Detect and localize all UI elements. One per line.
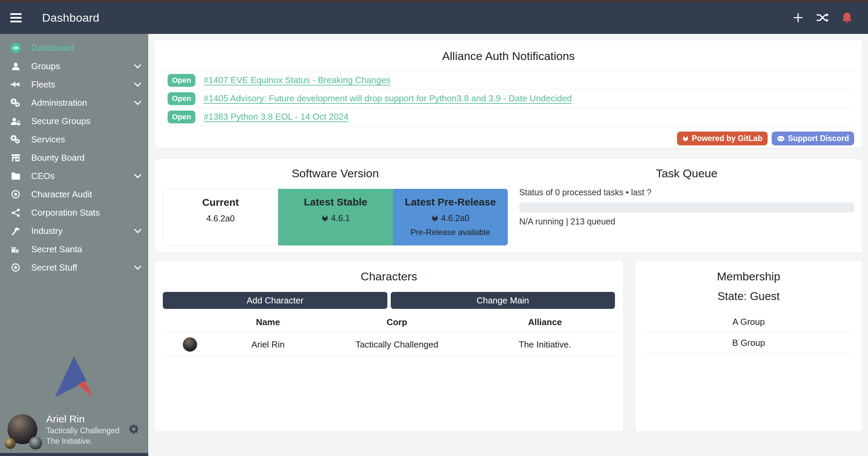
task-queue-section: Task Queue Status of 0 processed tasks •…: [508, 165, 854, 252]
user-settings-gear-icon[interactable]: [128, 423, 139, 435]
version-taskqueue-panel: Software Version Current 4.6.2a0 Latest …: [154, 158, 863, 253]
sidebar-item-groups[interactable]: Groups: [0, 57, 148, 75]
task-queue-status: Status of 0 processed tasks • last ?: [519, 187, 854, 197]
sidebar-item-secret-santa[interactable]: Secret Santa: [0, 240, 148, 258]
share-nodes-icon: [9, 208, 22, 217]
character-name: Ariel Rin: [217, 339, 319, 350]
notification-link[interactable]: #1405 Advisory: Future development will …: [204, 93, 572, 104]
sidebar-item-corporation-stats[interactable]: Corporation Stats: [0, 203, 148, 222]
membership-panel: Membership State: Guest A Group B Group: [635, 260, 863, 432]
character-corp: Tactically Challenged: [319, 339, 475, 350]
version-cell-stable: Latest Stable 4.6.1: [278, 189, 393, 245]
sidebar-item-label: Fleets: [31, 79, 55, 90]
main-content: Alliance Auth Notifications Open #1407 E…: [148, 34, 868, 456]
task-progress-bar: [519, 202, 854, 213]
chevron-down-icon: [134, 82, 141, 87]
gitlab-fox-icon: [321, 215, 329, 222]
user-alliance: The Initiative.: [46, 436, 119, 446]
chevron-down-icon: [134, 174, 141, 179]
page-title: Dashboard: [42, 11, 99, 24]
user-avatar: [7, 414, 37, 444]
notification-row: Open #1383 Python 3.8 EOL - 14 Oct 2024: [163, 108, 854, 126]
hammer-icon: [9, 226, 22, 236]
sidebar-item-services[interactable]: Services: [0, 130, 148, 148]
sidebar-item-label: Services: [31, 134, 65, 145]
user-corp: Tactically Challenged: [46, 425, 119, 436]
sidebar-item-fleets[interactable]: Fleets: [0, 75, 148, 94]
change-main-button[interactable]: Change Main: [391, 292, 615, 309]
status-badge: Open: [168, 92, 195, 105]
column-header-alliance: Alliance: [475, 317, 615, 332]
support-discord-badge[interactable]: Support Discord: [772, 132, 854, 145]
sidebar-bottom-strip: [0, 453, 148, 456]
powered-by-gitlab-badge[interactable]: Powered by GitLab: [677, 132, 768, 145]
eye-icon: [9, 190, 22, 199]
characters-table-header: Name Corp Alliance: [163, 317, 615, 332]
membership-title: Membership: [643, 270, 854, 283]
prerelease-note: Pre-Release available: [393, 227, 508, 237]
notifications-panel: Alliance Auth Notifications Open #1407 E…: [154, 40, 863, 148]
notification-link[interactable]: #1383 Python 3.8 EOL - 14 Oct 2024: [204, 112, 348, 122]
sidebar-item-label: Secret Santa: [31, 244, 82, 255]
sidebar-item-dashboard[interactable]: Dashboard: [0, 39, 148, 57]
alliance-auth-logo: [0, 355, 148, 399]
notifications-bell-icon[interactable]: [842, 12, 852, 23]
user-icon: [9, 62, 22, 71]
version-cell-value: 4.6.2a0: [441, 213, 469, 223]
character-alliance: The Initiative.: [475, 339, 615, 350]
notifications-title: Alliance Auth Notifications: [163, 49, 854, 63]
sidebar-item-ceos[interactable]: CEOs: [0, 167, 148, 185]
sidebar-item-label: Administration: [31, 98, 87, 108]
chevron-down-icon: [134, 64, 141, 69]
store-icon: [9, 153, 22, 162]
character-row: Ariel Rin Tactically Challenged The Init…: [163, 332, 615, 357]
chevron-down-icon: [134, 229, 141, 234]
gitlab-fox-icon: [431, 215, 439, 222]
character-row-portrait: [183, 337, 197, 352]
version-cell-current: Current 4.6.2a0: [163, 189, 278, 245]
discord-badge-label: Support Discord: [788, 134, 849, 143]
user-name: Ariel Rin: [46, 412, 119, 426]
alliance-logo-badge: [29, 437, 42, 450]
sidebar-item-label: Character Audit: [31, 189, 92, 200]
change-main-shuffle-icon[interactable]: [816, 13, 829, 23]
characters-title: Characters: [163, 270, 615, 283]
gears-icon: [9, 98, 22, 108]
sidebar-item-label: Dashboard: [31, 43, 74, 53]
app: Dashboard: [0, 0, 868, 456]
jet-icon: [9, 80, 22, 89]
folder-icon: [9, 172, 22, 180]
sidebar: Dashboard Groups Fleets: [0, 34, 148, 456]
corp-logo-badge: [5, 438, 16, 449]
notification-link[interactable]: #1407 EVE Equinox Status - Breaking Chan…: [204, 75, 390, 85]
dashboard-gauge-icon: [9, 43, 22, 53]
add-character-button[interactable]: Add Character: [163, 292, 387, 309]
sidebar-item-secret-stuff[interactable]: Secret Stuff: [0, 258, 148, 277]
sidebar-item-secure-groups[interactable]: Secure Groups: [0, 112, 148, 130]
menu-toggle-icon[interactable]: [10, 13, 22, 22]
add-character-icon[interactable]: [793, 12, 804, 23]
version-cell-value: 4.6.1: [331, 213, 350, 223]
chevron-down-icon: [134, 100, 141, 105]
sidebar-item-character-audit[interactable]: Character Audit: [0, 185, 148, 203]
version-cell-prerelease: Latest Pre-Release 4.6.2a0 Pre-Release a…: [393, 189, 508, 245]
task-queue-counts: N/A running | 213 queued: [519, 217, 854, 226]
version-cell-label: Latest Stable: [278, 196, 393, 208]
column-header-corp: Corp: [319, 317, 475, 332]
notifications-list: Open #1407 EVE Equinox Status - Breaking…: [163, 71, 854, 126]
sidebar-item-label: Bounty Board: [31, 153, 85, 163]
sidebar-item-label: Industry: [31, 226, 63, 236]
sidebar-item-industry[interactable]: Industry: [0, 222, 148, 240]
software-version-section: Software Version Current 4.6.2a0 Latest …: [163, 165, 508, 252]
software-version-title: Software Version: [163, 167, 508, 180]
sidebar-item-bounty-board[interactable]: Bounty Board: [0, 148, 148, 167]
task-queue-title: Task Queue: [519, 167, 854, 180]
status-badge: Open: [168, 111, 195, 123]
gitlab-badge-label: Powered by GitLab: [692, 134, 763, 143]
version-cell-label: Latest Pre-Release: [393, 196, 508, 208]
sidebar-item-label: Groups: [31, 61, 60, 72]
user-panel: Ariel Rin Tactically Challenged The Init…: [0, 407, 148, 453]
user-lock-icon: [9, 117, 22, 126]
sidebar-item-administration[interactable]: Administration: [0, 94, 148, 112]
software-version-table: Current 4.6.2a0 Latest Stable 4.6.1 Late…: [163, 189, 508, 245]
